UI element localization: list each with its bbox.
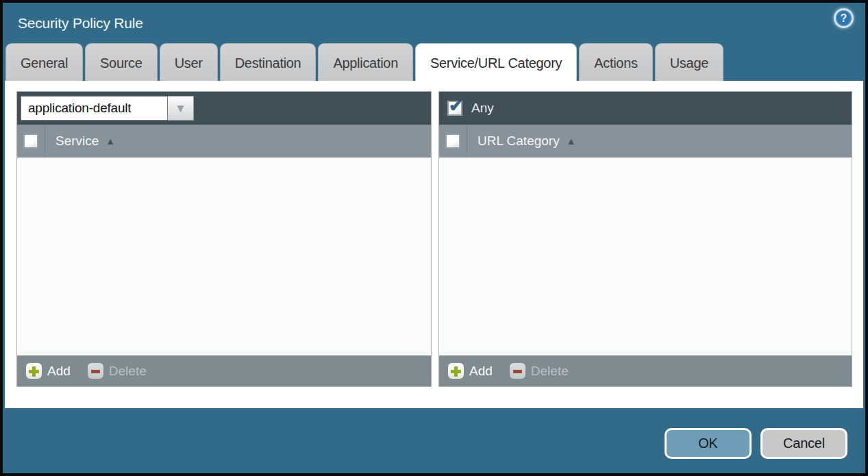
- url-category-panel: Any URL Category ▲ Add: [438, 91, 852, 387]
- sort-asc-icon[interactable]: ▲: [567, 136, 576, 147]
- url-category-select-all-cell: [439, 125, 467, 158]
- dialog-action-buttons: OK Cancel: [665, 428, 847, 459]
- url-category-delete-button[interactable]: Delete: [509, 362, 569, 379]
- tab-usage[interactable]: Usage: [655, 43, 723, 81]
- service-add-button[interactable]: Add: [25, 362, 71, 379]
- tab-destination[interactable]: Destination: [220, 43, 317, 81]
- tab-user[interactable]: User: [160, 43, 218, 81]
- url-category-any-label: Any: [471, 101, 494, 116]
- url-category-add-button[interactable]: Add: [447, 362, 493, 379]
- help-icon[interactable]: ?: [834, 8, 854, 28]
- url-category-panel-footer: Add Delete: [439, 355, 852, 386]
- chevron-down-icon: ▼: [175, 103, 186, 114]
- service-add-label: Add: [47, 364, 71, 379]
- url-category-any-checkbox[interactable]: [447, 101, 462, 116]
- service-type-dropdown-value[interactable]: application-default: [21, 96, 168, 121]
- service-list[interactable]: [17, 158, 431, 355]
- url-category-column-header: URL Category ▲: [439, 125, 852, 158]
- service-select-all-checkbox[interactable]: [23, 134, 38, 149]
- service-type-dropdown-button[interactable]: ▼: [168, 96, 194, 121]
- tab-service-url-category[interactable]: Service/URL Category: [415, 43, 577, 81]
- tab-general[interactable]: General: [5, 43, 83, 81]
- url-category-panel-toolbar: Any: [439, 92, 852, 125]
- service-delete-label: Delete: [109, 364, 147, 379]
- tab-content-service-url-category: application-default ▼ Service ▲: [5, 81, 863, 408]
- service-delete-button[interactable]: Delete: [87, 362, 147, 379]
- ok-button[interactable]: OK: [665, 428, 752, 459]
- url-category-column-label-wrap: URL Category ▲: [467, 125, 576, 158]
- service-type-dropdown[interactable]: application-default ▼: [21, 96, 194, 121]
- url-category-list[interactable]: [439, 158, 852, 355]
- tab-application[interactable]: Application: [318, 43, 413, 81]
- service-column-label[interactable]: Service: [55, 134, 99, 149]
- cancel-button[interactable]: Cancel: [760, 428, 847, 459]
- service-column-header: Service ▲: [17, 125, 431, 158]
- url-category-select-all-checkbox[interactable]: [445, 134, 460, 149]
- service-panel: application-default ▼ Service ▲: [16, 91, 432, 387]
- minus-icon: [87, 362, 104, 379]
- dialog-title: Security Policy Rule: [3, 3, 865, 32]
- service-panel-footer: Add Delete: [17, 355, 431, 386]
- service-panel-toolbar: application-default ▼: [17, 92, 431, 125]
- security-policy-rule-dialog: Security Policy Rule ? General Source Us…: [3, 3, 865, 473]
- tab-source[interactable]: Source: [85, 43, 158, 81]
- sort-asc-icon[interactable]: ▲: [106, 136, 115, 147]
- url-category-any-row: Any: [443, 101, 494, 116]
- service-select-all-cell: [17, 125, 45, 158]
- tab-actions[interactable]: Actions: [579, 43, 653, 81]
- tab-bar: General Source User Destination Applicat…: [5, 43, 863, 81]
- url-category-column-label[interactable]: URL Category: [478, 134, 560, 149]
- minus-icon: [509, 362, 526, 379]
- url-category-add-label: Add: [469, 364, 493, 379]
- plus-icon: [447, 362, 464, 379]
- plus-icon: [25, 362, 42, 379]
- service-column-label-wrap: Service ▲: [45, 125, 115, 158]
- url-category-delete-label: Delete: [531, 364, 569, 379]
- title-bar: Security Policy Rule ?: [3, 3, 865, 42]
